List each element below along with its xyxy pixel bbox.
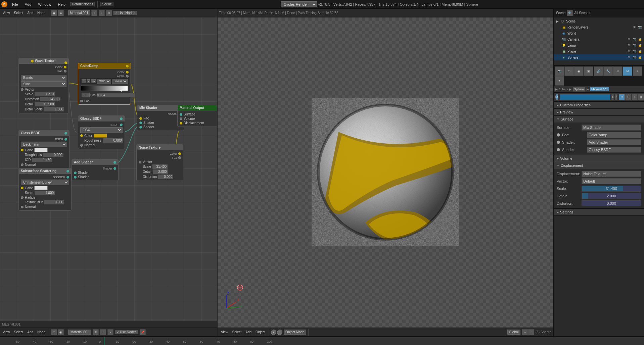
mat-tab-material[interactable]: M xyxy=(619,94,625,100)
delete-material[interactable]: × xyxy=(106,10,112,16)
add-shader-node[interactable]: Add Shader Shader Shader Shader xyxy=(72,159,119,181)
glossy-out[interactable] xyxy=(120,117,123,120)
shader2-dot[interactable] xyxy=(557,148,560,151)
glass-bsdf-node[interactable]: Glass BSDF BSDF Beckmann C xyxy=(18,130,70,168)
material-select[interactable]: Material.001 xyxy=(68,10,90,15)
vector-value[interactable]: Default xyxy=(582,178,641,184)
shader2-value[interactable]: Glossy BSDF xyxy=(587,147,641,153)
color-out[interactable] xyxy=(64,66,66,68)
glass-roughness[interactable] xyxy=(43,153,63,157)
glass-color-swatch[interactable] xyxy=(34,148,48,152)
mix-fac-in[interactable] xyxy=(139,117,142,120)
node-select-menu[interactable]: Select xyxy=(13,10,25,15)
pivot-select[interactable]: Global xyxy=(507,330,520,335)
footer-add-mat[interactable]: + xyxy=(100,329,106,335)
outliner-item-renderlayers[interactable]: ▣ RenderLayers 👁 📷 xyxy=(554,24,644,30)
displacement-header[interactable]: ▼ Displacement xyxy=(554,162,644,169)
node-view-menu[interactable]: View xyxy=(1,10,11,15)
glossy-normal-in[interactable] xyxy=(80,144,83,147)
volume-in[interactable] xyxy=(180,117,182,120)
tab-scene[interactable]: ⬡ xyxy=(564,66,574,76)
menu-window[interactable]: Window xyxy=(36,2,53,7)
surface-in[interactable] xyxy=(180,113,182,116)
use-nodes-footer[interactable]: ✓ Use Nodes xyxy=(115,330,138,334)
distortion-value[interactable] xyxy=(40,97,60,101)
glossy-dist-select[interactable]: GGX xyxy=(80,127,123,133)
footer-select[interactable]: Select xyxy=(13,330,25,334)
node-type-composite[interactable]: ◈ xyxy=(58,10,64,16)
noise-dist[interactable] xyxy=(158,175,173,179)
detail-value[interactable] xyxy=(35,102,55,106)
engine-select[interactable]: Cycles Render Blender Render Blender Gam… xyxy=(281,1,317,7)
mat-tab-del[interactable]: × xyxy=(638,94,644,100)
color-output-socket[interactable] xyxy=(31,60,34,62)
outliner-item-scene[interactable]: ▶ ⬡ Scene xyxy=(554,18,644,24)
mix-shader1-in[interactable] xyxy=(139,121,142,124)
renderlayers-cam[interactable]: 📷 xyxy=(637,25,642,30)
vp-tool1[interactable]: ↔ xyxy=(522,329,528,335)
mode-select[interactable]: Object Mode xyxy=(284,330,306,335)
noise-fac-out[interactable] xyxy=(178,156,181,159)
plane-render[interactable]: 📷 xyxy=(632,49,637,54)
ramp-bar[interactable] xyxy=(81,86,128,91)
sphere-sel[interactable]: 🔒 xyxy=(637,55,642,60)
outliner-item-plane[interactable]: ▣ Plane 👁 📷 🔒 xyxy=(554,48,644,54)
material-name-input[interactable]: Material.001 xyxy=(560,94,610,100)
wave-texture-node[interactable]: Wave Texture Color Fac Bands xyxy=(18,58,69,113)
scale-value[interactable] xyxy=(35,92,55,96)
vp-object-menu[interactable]: Object xyxy=(254,330,267,334)
sphere-render[interactable]: 📷 xyxy=(632,55,637,60)
subsurface-node[interactable]: Subsurface Scattering BSSRDF Christensen… xyxy=(18,168,72,211)
tab-world[interactable]: ◉ xyxy=(574,66,584,76)
viewport-mode-btn[interactable]: ● xyxy=(271,330,276,335)
add-shader-out[interactable] xyxy=(113,167,116,170)
noise-scale[interactable] xyxy=(152,164,168,169)
ramp-remove-btn[interactable]: - xyxy=(87,79,90,83)
glass-normal-in[interactable] xyxy=(21,163,24,166)
custom-properties-header[interactable]: ▶ Custom Properties xyxy=(554,102,644,108)
footer-del-mat[interactable]: × xyxy=(107,329,113,335)
outliner-item-world[interactable]: ◉ World xyxy=(554,30,644,36)
lamp-render[interactable]: 📷 xyxy=(632,43,637,48)
glass-out[interactable] xyxy=(64,132,67,135)
surface-value[interactable]: Mix Shader xyxy=(582,125,641,131)
draw-mode[interactable]: □ xyxy=(51,329,57,335)
bssrdf-out[interactable] xyxy=(66,176,69,179)
mat-tab-add[interactable]: + xyxy=(632,94,638,100)
browse-material[interactable]: F xyxy=(91,10,97,16)
tab-data[interactable]: ▽ xyxy=(613,66,623,76)
fac-dot[interactable] xyxy=(557,133,560,137)
tab-texture[interactable]: ✦ xyxy=(633,66,642,76)
sss-normal-in[interactable] xyxy=(21,206,24,208)
ramp-index[interactable] xyxy=(82,93,90,97)
vp-add-menu[interactable]: Add xyxy=(244,330,253,334)
tab-object[interactable]: ▣ xyxy=(584,66,593,76)
tab-modifier[interactable]: 🔧 xyxy=(603,66,613,76)
vp-view-menu[interactable]: View xyxy=(220,330,230,334)
sss-color-in[interactable] xyxy=(21,187,24,189)
colorramp-color-out[interactable] xyxy=(126,65,129,67)
footer-add[interactable]: Add xyxy=(26,330,35,334)
ramp-add-btn[interactable]: + xyxy=(82,79,86,83)
material-add-btn[interactable]: + xyxy=(611,94,614,100)
fac-value[interactable]: ColorRamp xyxy=(587,132,641,138)
noise-vec-in[interactable] xyxy=(139,161,141,163)
vp-select-menu[interactable]: Select xyxy=(231,330,243,334)
material-browse[interactable]: Material.001 xyxy=(590,87,609,91)
noise-detail[interactable] xyxy=(153,169,168,174)
tab-material[interactable]: M xyxy=(623,66,632,76)
outliner-item-sphere[interactable]: ● Sphere 👁 📷 🔒 xyxy=(554,54,644,60)
shader1-value[interactable]: Add Shader xyxy=(587,139,641,145)
alpha-output[interactable] xyxy=(126,75,129,78)
displacement-in[interactable] xyxy=(180,122,182,125)
wave-profile-select[interactable]: Sine xyxy=(21,81,66,87)
glossy-color-swatch[interactable] xyxy=(94,134,107,138)
outliner-item-camera[interactable]: 📷 Camera 👁 📷 🔒 xyxy=(554,36,644,42)
timeline-ruler[interactable]: -50 -40 -30 -20 -10 0 10 20 30 40 50 60 … xyxy=(0,337,644,345)
node-menu[interactable]: Node xyxy=(36,10,47,15)
surface-header[interactable]: ▼ Surface xyxy=(554,116,644,122)
ramp-pos[interactable] xyxy=(97,93,135,97)
color-socket-out[interactable] xyxy=(64,61,67,64)
lamp-eye[interactable]: 👁 xyxy=(627,43,631,48)
add-shader2-in[interactable] xyxy=(74,176,77,179)
